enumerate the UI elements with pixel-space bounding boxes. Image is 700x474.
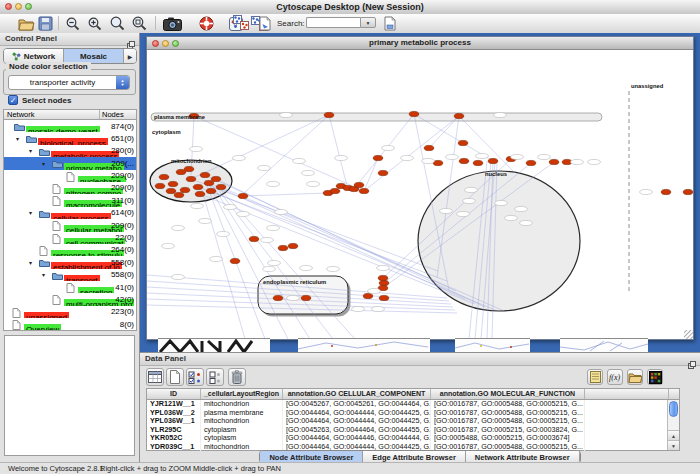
float-panel-icon[interactable] [127, 35, 135, 43]
help-icon[interactable] [199, 15, 214, 32]
tree-row[interactable]: ▾transport558(0) [4, 269, 136, 281]
column-selector-button[interactable] [146, 368, 164, 386]
search-input[interactable] [306, 17, 360, 28]
tree-row[interactable]: ▾primary metabo209(... [4, 157, 136, 169]
node [359, 188, 369, 193]
column-header[interactable]: _cellularLayoutRegion [201, 389, 283, 399]
scrollbar-thumb[interactable] [669, 401, 678, 417]
node [473, 160, 483, 165]
expand-arrow-icon[interactable]: ▾ [29, 259, 32, 266]
tree-row[interactable]: ▾biological_process651(0) [4, 132, 136, 144]
background-window-fragment[interactable] [298, 338, 430, 352]
select-attributes-button[interactable] [186, 368, 204, 386]
float-panel-icon[interactable] [688, 355, 696, 363]
node-label-chip [268, 260, 281, 265]
tree-row[interactable]: multi-organism pro42(0) [4, 293, 136, 305]
node [549, 159, 559, 164]
table-scrollbar[interactable]: ▲ ▼ [667, 400, 679, 450]
tree-row[interactable]: ▾establishment of lo558(0) [4, 256, 136, 268]
take-snapshot-icon[interactable] [163, 15, 182, 32]
expand-arrow-icon[interactable]: ▾ [29, 147, 32, 154]
open-file-icon[interactable] [18, 15, 35, 32]
zoom-out-icon[interactable] [66, 15, 80, 32]
search-dropdown-arrow[interactable]: ▼ [360, 17, 376, 28]
tree-row[interactable]: mosaic-demo-yeast874(0) [4, 120, 136, 132]
tree-row[interactable]: ▾metabolic process280(0) [4, 145, 136, 157]
expand-arrow-icon[interactable]: ▾ [42, 160, 45, 167]
vizmapper-doc-icon[interactable] [258, 15, 272, 32]
tree-row[interactable]: macromolecule311(0) [4, 194, 136, 206]
tree-row[interactable]: unassigned223(0) [4, 306, 136, 318]
birds-eye-view[interactable] [4, 335, 135, 456]
tree-row[interactable]: nitrogen compo209(0) [4, 182, 136, 194]
status-message: Middle-click + drag to PAN [193, 464, 281, 473]
zoom-in-icon[interactable] [88, 15, 102, 32]
expand-arrow-icon[interactable]: ▾ [16, 135, 19, 142]
table-cell: YPL036W__2 [147, 409, 201, 418]
import-attributes-button[interactable] [627, 369, 643, 385]
region-label: mitochondrion [171, 158, 212, 164]
background-window-fragment[interactable] [158, 338, 270, 352]
network-window-titlebar[interactable]: primary metabolic process [147, 37, 693, 50]
attribute-matrix-button[interactable] [647, 369, 663, 385]
tree-row[interactable]: cellular metabol209(0) [4, 219, 136, 231]
node-label-chip [640, 189, 653, 194]
table-row[interactable]: YKR052Ccytoplasm[GO:0044464, GO:0044446,… [147, 434, 679, 443]
minimize-view-button[interactable] [162, 40, 169, 47]
zoom-fit-icon[interactable] [110, 15, 125, 32]
column-header[interactable]: ID [147, 389, 201, 399]
tab-overflow-arrow[interactable]: ▶ [124, 49, 136, 63]
column-header[interactable]: annotation.GO CELLULAR_COMPONENT [283, 389, 431, 399]
unselect-attributes-button[interactable] [206, 368, 224, 386]
attribute-notes-button[interactable] [587, 369, 603, 385]
resize-grip-icon[interactable] [684, 330, 693, 339]
tab-mosaic[interactable]: Mosaic [64, 49, 124, 63]
save-session-icon[interactable] [38, 15, 53, 32]
background-window-fragment[interactable] [455, 338, 530, 352]
tree-row[interactable]: response to stimulu264(0) [4, 244, 136, 256]
network-view-window[interactable]: primary metabolic process plasma membran… [146, 36, 694, 340]
node [273, 295, 283, 300]
column-header[interactable]: annotation.GO MOLECULAR_FUNCTION [431, 389, 585, 399]
table-row[interactable]: YPL036W__1mitochondrion[GO:0044464, GO:0… [147, 417, 679, 426]
column-header[interactable] [585, 389, 669, 399]
node-label-chip [463, 198, 476, 203]
select-nodes-checkbox[interactable]: ✓ [8, 95, 18, 105]
tree-row[interactable]: ▾cellular process614(0) [4, 207, 136, 219]
tree-row[interactable]: nucleobase-209(0) [4, 170, 136, 182]
expand-arrow-icon[interactable]: ▾ [29, 209, 32, 216]
node [409, 111, 419, 116]
scroll-up-icon[interactable]: ▲ [668, 430, 679, 440]
zoom-selected-region-icon[interactable] [132, 15, 147, 32]
file-icon [52, 196, 61, 206]
scroll-down-icon[interactable]: ▼ [668, 440, 679, 450]
table-row[interactable]: YLR295Ccytoplasm[GO:0045263, GO:0044464,… [147, 426, 679, 435]
new-attribute-button[interactable] [166, 368, 184, 386]
file-icon [39, 246, 48, 256]
table-row[interactable]: YPL036W__2plasma membrane[GO:0044464, GO… [147, 409, 679, 418]
folder-icon [52, 271, 63, 280]
minimize-window-button[interactable] [15, 3, 22, 10]
network-canvas[interactable]: plasma membranecytoplasmmitochondrionnuc… [147, 50, 693, 339]
node-color-dropdown[interactable]: transporter activity ▲▼ [8, 75, 130, 90]
background-window-fragment[interactable] [560, 338, 648, 352]
close-window-button[interactable] [5, 3, 12, 10]
delete-attribute-button[interactable] [228, 368, 246, 386]
node [216, 184, 226, 189]
search-config-icon[interactable] [383, 15, 397, 32]
function-builder-button[interactable]: f(x) [607, 369, 623, 385]
zoom-window-button[interactable] [25, 3, 32, 10]
tree-row[interactable]: cell communicat22(0) [4, 232, 136, 244]
table-row[interactable]: YJR121W__1mitochondrion[GO:0045267, GO:0… [147, 400, 679, 409]
zoom-view-button[interactable] [172, 40, 179, 47]
edge [243, 193, 328, 196]
tree-row[interactable]: Overview8(0) [4, 318, 136, 330]
expand-arrow-icon[interactable]: ▾ [42, 271, 45, 278]
tab-network[interactable]: Network [4, 49, 64, 63]
file-icon [52, 234, 61, 244]
table-cell: YPL036W__1 [147, 417, 201, 426]
copy-style-right-icon[interactable] [233, 15, 249, 34]
close-view-button[interactable] [152, 40, 159, 47]
node [458, 140, 468, 145]
tree-row[interactable]: secretion41(0) [4, 281, 136, 293]
